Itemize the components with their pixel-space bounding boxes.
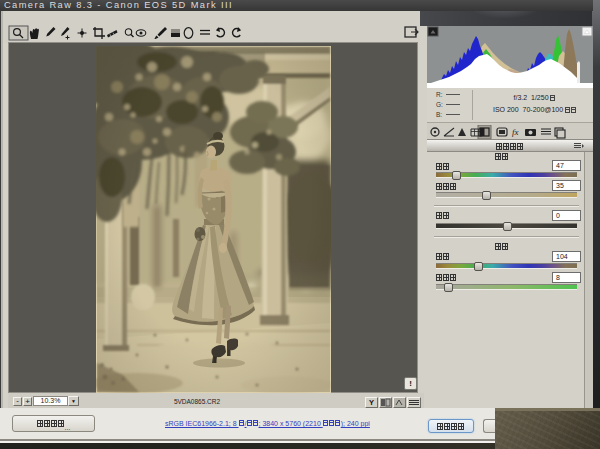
- svg-text:fx: fx: [512, 127, 519, 137]
